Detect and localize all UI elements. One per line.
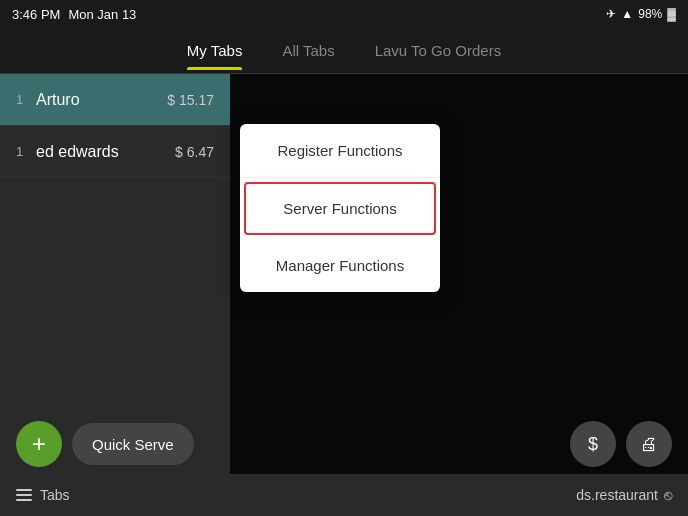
wifi-icon: ✈ (606, 7, 616, 21)
battery-label: 98% (638, 7, 662, 21)
footer-right: ds.restaurant ⎋ (576, 487, 672, 503)
status-bar: 3:46 PM Mon Jan 13 ✈ ▲ 98% ▓ (0, 0, 688, 28)
print-icon: 🖨 (640, 434, 658, 455)
item-amount: $ 15.17 (167, 92, 214, 108)
footer-bar: Tabs ds.restaurant ⎋ (0, 474, 688, 516)
status-time: 3:46 PM (12, 7, 60, 22)
bottom-left-actions: + Quick Serve (16, 421, 194, 467)
tab-navigation: My Tabs All Tabs Lavu To Go Orders (0, 28, 688, 74)
tab-all-tabs[interactable]: All Tabs (282, 32, 334, 69)
tab-my-tabs[interactable]: My Tabs (187, 32, 243, 69)
item-number: 1 (16, 144, 36, 159)
exit-icon[interactable]: ⎋ (664, 487, 672, 503)
dollar-icon: $ (588, 434, 598, 455)
popup-menu: Register Functions Server Functions Mana… (240, 124, 440, 292)
bottom-action-bar: + Quick Serve $ 🖨 (0, 414, 688, 474)
list-item[interactable]: 1 ed edwards $ 6.47 (0, 126, 230, 178)
footer-tabs-label: Tabs (40, 487, 70, 503)
item-name: ed edwards (36, 143, 175, 161)
item-amount: $ 6.47 (175, 144, 214, 160)
status-icons: ✈ ▲ 98% ▓ (606, 7, 676, 21)
print-button[interactable]: 🖨 (626, 421, 672, 467)
tab-lavu-orders[interactable]: Lavu To Go Orders (375, 32, 501, 69)
battery-icon: ▓ (667, 7, 676, 21)
item-number: 1 (16, 92, 36, 107)
dollar-button[interactable]: $ (570, 421, 616, 467)
quick-serve-button[interactable]: Quick Serve (72, 423, 194, 465)
item-name: Arturo (36, 91, 167, 109)
signal-icon: ▲ (621, 7, 633, 21)
hamburger-icon[interactable] (16, 489, 32, 501)
footer-domain: ds.restaurant (576, 487, 658, 503)
bottom-right-actions: $ 🖨 (570, 421, 672, 467)
register-functions-button[interactable]: Register Functions (240, 124, 440, 178)
manager-functions-button[interactable]: Manager Functions (240, 239, 440, 292)
server-functions-button[interactable]: Server Functions (244, 182, 436, 235)
status-date: Mon Jan 13 (68, 7, 136, 22)
footer-left: Tabs (16, 487, 70, 503)
list-item[interactable]: 1 Arturo $ 15.17 (0, 74, 230, 126)
add-button[interactable]: + (16, 421, 62, 467)
